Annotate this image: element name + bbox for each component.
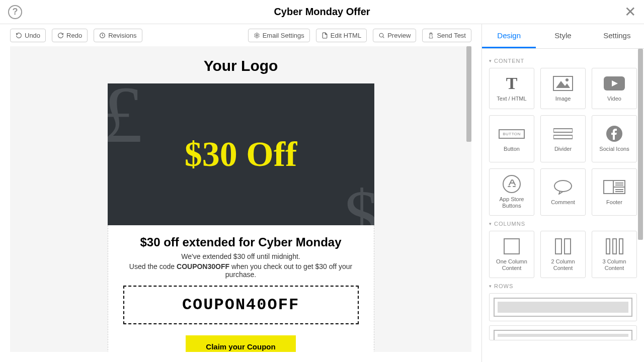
send-test-button[interactable]: Send Test: [422, 29, 471, 42]
editor-area: Undo Redo Revisions Email Settings Edit …: [0, 24, 482, 362]
page-title: Cyber Monday Offer: [274, 6, 370, 18]
tab-style[interactable]: Style: [536, 24, 590, 48]
hero-text: $30 Off: [185, 134, 297, 174]
svg-point-5: [566, 78, 569, 81]
coupon-code[interactable]: COUPON40OFF: [123, 286, 359, 324]
email-sub1: We've extended $30 off until midnight.: [117, 252, 365, 260]
sidebar-scrollbar[interactable]: [638, 49, 643, 240]
widget-divider[interactable]: Divider: [540, 115, 586, 162]
email-logo[interactable]: Your Logo: [108, 46, 374, 83]
section-content[interactable]: CONTENT: [489, 58, 637, 64]
widget-text[interactable]: T Text / HTML: [489, 68, 534, 109]
sidebar-tabs: Design Style Settings: [482, 24, 644, 49]
canvas-scrollbar[interactable]: [466, 46, 471, 142]
widget-social[interactable]: Social Icons: [592, 115, 637, 162]
widget-col2[interactable]: 2 Column Content: [540, 231, 586, 278]
image-icon: [553, 74, 573, 93]
divider-icon: [553, 125, 573, 143]
video-icon: [604, 74, 625, 93]
button-icon: BUTTON: [499, 125, 525, 143]
row-template-1[interactable]: [489, 293, 637, 321]
tab-settings[interactable]: Settings: [590, 24, 644, 48]
row-template-2[interactable]: [489, 325, 637, 340]
revisions-button[interactable]: Revisions: [94, 29, 142, 42]
sidebar: Design Style Settings CONTENT T Text / H…: [482, 24, 644, 362]
widget-footer[interactable]: Footer: [592, 168, 637, 216]
preview-button[interactable]: Preview: [373, 29, 416, 42]
svg-point-1: [256, 34, 258, 36]
email-content[interactable]: $30 off extended for Cyber Monday We've …: [108, 225, 374, 352]
widget-appstore[interactable]: App Store Buttons: [489, 168, 534, 216]
tab-design[interactable]: Design: [482, 24, 536, 48]
dollar-decoration: $: [344, 174, 374, 225]
undo-button[interactable]: Undo: [10, 29, 46, 42]
appstore-icon: [503, 175, 521, 193]
svg-point-12: [554, 180, 572, 192]
svg-marker-4: [556, 81, 570, 88]
edit-html-button[interactable]: Edit HTML: [316, 29, 367, 42]
email-headline: $30 off extended for Cyber Monday: [117, 235, 365, 249]
email-canvas[interactable]: Your Logo £ $ $30 Off $30 off extended f…: [10, 46, 471, 352]
close-icon[interactable]: ✕: [624, 4, 636, 20]
widget-col3[interactable]: 3 Column Content: [592, 231, 637, 278]
widget-comment[interactable]: Comment: [540, 168, 586, 216]
svg-rect-8: [553, 129, 573, 132]
redo-button[interactable]: Redo: [52, 29, 88, 42]
svg-rect-9: [553, 135, 573, 139]
email-hero[interactable]: £ $ $30 Off: [108, 83, 374, 225]
col3-icon: [606, 237, 623, 255]
toolbar: Undo Redo Revisions Email Settings Edit …: [0, 24, 481, 46]
widget-button[interactable]: BUTTON Button: [489, 115, 534, 162]
app-header: ? Cyber Monday Offer ✕: [0, 0, 644, 24]
svg-point-11: [503, 175, 520, 193]
col1-icon: [504, 237, 520, 255]
comment-icon: [553, 178, 573, 196]
widget-image[interactable]: Image: [540, 68, 586, 109]
widget-col1[interactable]: One Column Content: [489, 231, 534, 278]
email-sub2: Used the code COUPON30OFF when you check…: [117, 262, 365, 279]
social-icon: [606, 125, 622, 143]
section-columns[interactable]: COLUMNS: [489, 221, 637, 227]
section-rows[interactable]: ROWS: [489, 283, 637, 289]
pound-decoration: £: [108, 83, 143, 161]
help-icon[interactable]: ?: [8, 5, 22, 19]
col2-icon: [555, 237, 571, 255]
svg-point-2: [379, 33, 383, 37]
email-settings-button[interactable]: Email Settings: [248, 29, 310, 42]
cta-button[interactable]: Claim your Coupon: [186, 335, 295, 352]
widget-video[interactable]: Video: [592, 68, 637, 109]
text-icon: T: [506, 74, 518, 93]
footer-icon: [603, 178, 625, 196]
